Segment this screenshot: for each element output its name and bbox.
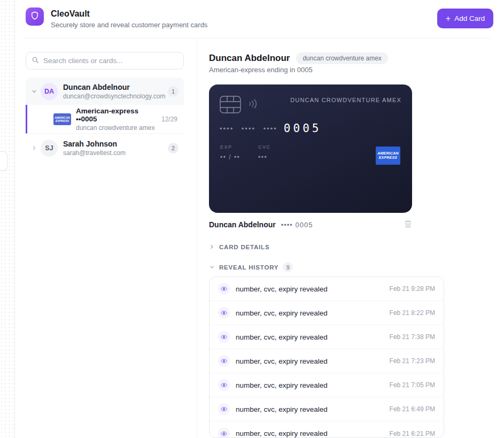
reveal-history-row: number, cvc, expiry revealed Feb 21 6:21… [210,421,444,438]
card-item-expiry: 12/29 [161,116,177,123]
reveal-history-list: number, cvc, expiry revealed Feb 21 9:28… [209,276,444,438]
app-tagline: Securely store and reveal customer payme… [51,21,207,29]
eye-icon [218,355,230,367]
reveal-event-time: Feb 21 7:05 PM [390,381,435,389]
amex-logo-icon: AMERICAN EXPRESS [376,147,400,165]
chevron-right-icon [209,242,215,252]
header-divider [25,38,492,39]
sidebar-client-duncan[interactable]: DA Duncan Abdelnour duncan@crowdsynctech… [26,78,184,105]
reveal-history-row: number, cvc, expiry revealed Feb 21 7:38… [210,325,444,349]
card-item-nickname: duncan crowdventure amex [76,124,161,132]
card-holder-name: DUNCAN CROWDVENTURE AMEX [290,97,401,103]
card-count-badge: 2 [168,143,179,153]
reveal-event-time: Feb 21 6:49 PM [390,405,435,413]
add-card-button[interactable]: + Add Card [437,9,493,28]
client-name: Duncan Abdelnour [63,83,165,91]
eye-icon [218,307,230,319]
trash-icon [404,220,412,230]
search-icon [32,56,39,66]
avatar: DA [41,83,58,100]
reveal-event-time: Feb 21 8:22 PM [390,309,435,317]
reveal-event-time: Feb 21 7:38 PM [390,333,435,341]
sidebar-client-sarah[interactable]: SJ Sarah Johnson sarah@traveltest.com 2 [26,135,184,162]
reveal-count-badge: 9 [283,262,293,272]
detail-client-name: Duncan Abdelnour [209,53,290,64]
eye-icon [218,283,230,295]
card-chip-icon [220,96,241,116]
amex-mini-line2: EXPRESS [56,119,69,122]
app-window: CleoVault Securely store and reveal cust… [0,0,504,438]
eye-icon [218,428,230,438]
card-owner-name: Duncan Abdelnour [209,220,276,229]
client-email: sarah@traveltest.com [63,149,126,157]
reveal-history-row: number, cvc, expiry revealed Feb 21 9:28… [210,277,444,301]
reveal-history-row: number, cvc, expiry revealed Feb 21 7:23… [210,349,444,373]
reveal-history-row: number, cvc, expiry revealed Feb 21 7:05… [210,373,444,397]
reveal-event-label: number, cvc, expiry revealed [236,429,328,437]
reveal-event-label: number, cvc, expiry revealed [236,309,328,317]
reveal-event-label: number, cvc, expiry revealed [236,333,328,341]
app-title: CleoVault [51,9,90,19]
card-number: •••• •••• •••• 0005 [220,122,321,135]
reveal-history-section-toggle[interactable]: REVEAL HISTORY 9 [209,262,293,272]
card-count-badge: 1 [168,86,179,97]
search-input[interactable] [43,57,178,65]
chevron-down-icon[interactable] [30,88,38,95]
card-details-label: CARD DETAILS [219,244,269,250]
app-logo [26,7,44,26]
reveal-event-label: number, cvc, expiry revealed [236,285,328,293]
delete-card-button[interactable] [404,220,412,230]
client-name: Sarah Johnson [63,140,126,148]
eye-icon [218,331,230,343]
sidebar-divider [197,39,197,438]
card-number-masked: •••• •••• •••• [220,125,277,133]
client-email: duncan@crowdsynctechnology.com [63,93,165,100]
reveal-history-row: number, cvc, expiry revealed Feb 21 8:22… [210,301,444,325]
search-box[interactable] [26,52,184,70]
detail-subtitle: American-express ending in 0005 [209,66,313,74]
amex-logo-line2: EXPRESS [379,156,397,160]
eye-icon [218,379,230,391]
cvc-label: CVC [258,144,271,150]
exp-masked-value: •• / •• [220,153,240,161]
reveal-history-row: number, cvc, expiry revealed Feb 21 6:49… [210,397,444,421]
card-details-section-toggle[interactable]: CARD DETAILS [209,242,269,252]
left-decorative-strip [0,0,15,438]
amex-logo-icon: AMERICAN EXPRESS [53,113,71,125]
chevron-right-icon[interactable] [30,145,38,151]
card-nickname-tag: duncan crowdventure amex [296,52,387,64]
reveal-event-time: Feb 21 7:23 PM [390,357,435,365]
cvc-masked-value: ••• [258,153,267,161]
edge-flyout-tab[interactable] [0,151,7,171]
payment-card-visual: DUNCAN CROWDVENTURE AMEX •••• •••• •••• … [209,84,412,213]
sidebar-card-amex-0005[interactable]: AMERICAN EXPRESS American-express ••0005… [26,105,184,134]
contactless-icon [247,99,258,111]
amex-logo-line1: AMERICAN [377,151,398,156]
reveal-event-label: number, cvc, expiry revealed [236,405,328,413]
add-card-label: Add Card [454,14,485,22]
reveal-event-label: number, cvc, expiry revealed [236,381,328,389]
card-owner-last4: •••• 0005 [281,221,313,229]
reveal-event-time: Feb 21 6:21 PM [390,430,435,437]
card-item-title: American-express ••0005 [76,107,161,123]
reveal-event-time: Feb 21 9:28 PM [390,285,435,293]
shield-icon [30,11,40,22]
exp-label: EXP [220,144,232,150]
chevron-down-icon [209,263,215,272]
eye-icon [218,403,230,415]
reveal-event-label: number, cvc, expiry revealed [236,357,328,365]
card-number-last4: 0005 [284,122,322,135]
avatar: SJ [41,140,58,157]
reveal-history-label: REVEAL HISTORY [219,264,278,271]
plus-icon: + [446,14,451,23]
